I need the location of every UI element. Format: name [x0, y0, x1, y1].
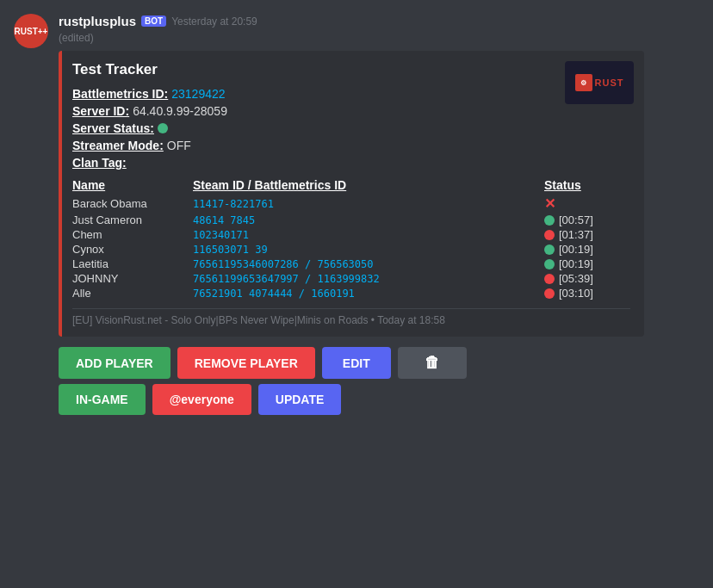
table-row: Chem102340171[01:37]: [72, 228, 630, 241]
edit-button[interactable]: EDIT: [322, 347, 391, 379]
status-dot: [544, 244, 555, 255]
server-status-label: Server Status:: [72, 121, 154, 135]
status-cell: [00:19]: [544, 257, 630, 270]
rust-logo-icon: ⚙: [575, 74, 592, 91]
table-row: Barack Obama11417-8221761✕: [72, 195, 630, 212]
table-header: Name Steam ID / Battlemetrics ID Status: [72, 178, 630, 192]
player-name: Cynox: [72, 243, 193, 256]
player-name: Just Cameron: [72, 214, 193, 226]
status-cell: [00:57]: [544, 214, 630, 226]
message-container: RUST++ rustplusplus BOT Yesterday at 20:…: [14, 14, 699, 415]
status-cell: [03:10]: [544, 287, 630, 300]
in-game-button[interactable]: IN-GAME: [59, 384, 146, 415]
player-time: [01:37]: [559, 228, 593, 241]
player-time: [03:10]: [559, 287, 593, 300]
buttons-row-1: ADD PLAYER REMOVE PLAYER EDIT 🗑: [59, 347, 699, 379]
steam-id: 76561195346007286 / 756563050: [193, 258, 544, 270]
player-rows: Barack Obama11417-8221761✕Just Cameron48…: [72, 195, 630, 300]
table-row: Just Cameron48614 7845[00:57]: [72, 214, 630, 226]
status-dot: [544, 259, 555, 269]
player-time: [00:19]: [559, 257, 593, 270]
clan-tag-field: Clan Tag:: [72, 156, 630, 170]
table-row: Alle76521901 4074444 / 1660191[03:10]: [72, 287, 630, 300]
battlemetrics-label: Battlemetrics ID:: [72, 87, 168, 101]
player-time: [00:57]: [559, 214, 593, 226]
everyone-button[interactable]: @everyone: [152, 384, 251, 415]
table-row: Cynox116503071 39[00:19]: [72, 243, 630, 256]
timestamp: Yesterday at 20:59: [171, 15, 257, 28]
avatar: RUST++: [14, 14, 48, 48]
status-cell: [05:39]: [544, 272, 630, 285]
steam-id: 11417-8221761: [193, 198, 544, 210]
status-dot: [544, 230, 555, 240]
server-status-field: Server Status:: [72, 121, 630, 135]
embed-footer: [EU] VisionRust.net - Solo Only|BPs Neve…: [72, 308, 630, 326]
status-x-icon: ✕: [544, 195, 555, 212]
server-id-label: Server ID:: [72, 104, 129, 118]
table-row: JOHNNY76561199653647997 / 1163999832[05:…: [72, 272, 630, 285]
battlemetrics-field: Battlemetrics ID: 23129422: [72, 87, 630, 101]
server-id-value: 64.40.9.99-28059: [133, 104, 227, 118]
player-name: JOHNNY: [72, 272, 193, 285]
table-row: Laetitia76561195346007286 / 756563050[00…: [72, 257, 630, 270]
basket-button[interactable]: 🗑: [398, 347, 467, 379]
edited-label: (edited): [59, 32, 699, 44]
status-cell: ✕: [544, 195, 630, 212]
embed-thumbnail: ⚙ RUST: [565, 61, 634, 104]
steam-id: 48614 7845: [193, 214, 544, 226]
streamer-mode-value: OFF: [167, 139, 191, 152]
buttons-row-2: IN-GAME @everyone UPDATE: [59, 384, 699, 415]
player-name: Chem: [72, 228, 193, 241]
update-button[interactable]: UPDATE: [258, 384, 342, 415]
message-content: rustplusplus BOT Yesterday at 20:59 (edi…: [59, 14, 699, 415]
player-name: Alle: [72, 287, 193, 300]
embed: ⚙ RUST Test Tracker Battlemetrics ID: 23…: [59, 51, 644, 337]
col-status: Status: [544, 178, 630, 192]
player-time: [05:39]: [559, 272, 593, 285]
steam-id: 76521901 4074444 / 1660191: [193, 288, 544, 300]
steam-id: 116503071 39: [193, 244, 544, 256]
player-name: Laetitia: [72, 257, 193, 270]
col-steam-id: Steam ID / Battlemetrics ID: [193, 178, 544, 192]
bot-badge: BOT: [141, 15, 166, 27]
status-cell: [01:37]: [544, 228, 630, 241]
embed-title: Test Tracker: [72, 61, 630, 78]
streamer-mode-field: Streamer Mode: OFF: [72, 139, 630, 152]
username: rustplusplus: [59, 14, 136, 28]
player-name: Barack Obama: [72, 197, 193, 210]
server-status-dot: [158, 123, 168, 133]
status-dot: [544, 288, 555, 299]
steam-id: 76561199653647997 / 1163999832: [193, 273, 544, 285]
server-id-field: Server ID: 64.40.9.99-28059: [72, 104, 630, 118]
players-table: Name Steam ID / Battlemetrics ID Status …: [72, 178, 630, 300]
clan-tag-label: Clan Tag:: [72, 156, 127, 170]
status-dot: [544, 215, 555, 226]
add-player-button[interactable]: ADD PLAYER: [59, 347, 170, 379]
streamer-mode-label: Streamer Mode:: [72, 139, 164, 152]
rust-logo: ⚙ RUST: [575, 74, 624, 91]
battlemetrics-value: 23129422: [171, 87, 225, 101]
col-name: Name: [72, 178, 193, 192]
steam-id: 102340171: [193, 229, 544, 241]
player-time: [00:19]: [559, 243, 593, 256]
status-dot: [544, 274, 555, 284]
remove-player-button[interactable]: REMOVE PLAYER: [177, 347, 315, 379]
message-header: rustplusplus BOT Yesterday at 20:59: [59, 14, 699, 28]
status-cell: [00:19]: [544, 243, 630, 256]
